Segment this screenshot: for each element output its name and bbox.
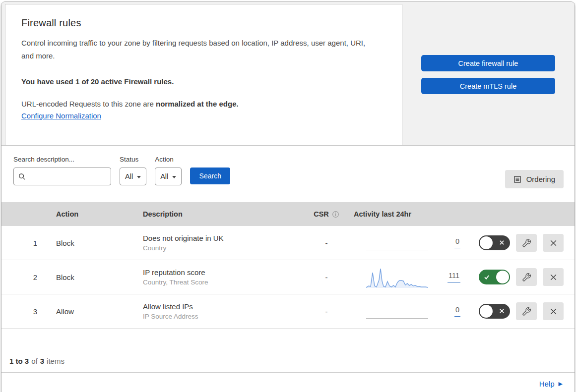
intro-card: Firewall rules Control incoming traffic … bbox=[5, 4, 402, 145]
activity-count-link[interactable]: 0 bbox=[454, 306, 460, 317]
close-icon bbox=[549, 307, 558, 316]
activity-count-link[interactable]: 0 bbox=[454, 237, 460, 248]
x-icon bbox=[498, 239, 506, 248]
chevron-down-icon bbox=[137, 176, 141, 178]
toggle-knob bbox=[496, 271, 509, 283]
search-label: Search description... bbox=[13, 156, 111, 163]
rule-action: Allow bbox=[51, 307, 140, 316]
search-input[interactable] bbox=[29, 172, 106, 181]
close-icon bbox=[549, 239, 558, 247]
wrench-icon bbox=[522, 273, 531, 281]
firewall-rules-panel: Firewall rules Control incoming traffic … bbox=[1, 1, 575, 392]
page-title: Firewall rules bbox=[21, 17, 382, 29]
arrow-right-icon: ▶ bbox=[559, 381, 563, 387]
items-count: 1 to 3 of 3 items bbox=[9, 357, 64, 365]
ordering-button[interactable]: Ordering bbox=[505, 170, 564, 188]
activity-sparkline bbox=[366, 266, 428, 288]
chevron-down-icon bbox=[172, 176, 176, 178]
rule-enabled-toggle[interactable] bbox=[479, 304, 510, 319]
ordering-list-icon bbox=[513, 175, 521, 183]
delete-rule-button[interactable] bbox=[543, 302, 564, 320]
header-actions: Create firewall rule Create mTLS rule bbox=[421, 55, 555, 94]
help-link[interactable]: Help ▶ bbox=[539, 380, 563, 388]
rule-description: Allow listed IPs bbox=[143, 302, 299, 311]
table-footer: 1 to 3 of 3 items bbox=[1, 329, 575, 373]
edit-rule-button[interactable] bbox=[516, 234, 537, 252]
wrench-icon bbox=[522, 239, 531, 247]
toggle-knob bbox=[480, 305, 493, 318]
column-header-activity: Activity last 24hr bbox=[354, 210, 475, 218]
rule-action: Block bbox=[51, 273, 140, 281]
column-header-action: Action bbox=[51, 210, 140, 218]
normalization-note: URL-encoded Requests to this zone are no… bbox=[21, 100, 382, 108]
filter-bar: Search description... Status All Action … bbox=[1, 146, 575, 202]
wrench-icon bbox=[522, 307, 531, 316]
search-group: Search description... bbox=[13, 156, 111, 202]
close-icon bbox=[549, 273, 558, 281]
search-button-group: Search bbox=[190, 156, 230, 202]
status-dropdown[interactable]: All bbox=[120, 168, 146, 185]
rule-csr: - bbox=[325, 307, 328, 316]
action-label: Action bbox=[155, 156, 182, 163]
usage-summary: You have used 1 of 20 active Firewall ru… bbox=[21, 77, 382, 86]
rule-description: Does not originate in UK bbox=[143, 234, 299, 242]
search-button[interactable]: Search bbox=[190, 168, 230, 184]
x-icon bbox=[498, 307, 506, 317]
table-header: Action Description CSR Activity last 24h… bbox=[1, 202, 575, 226]
action-filter-group: Action All bbox=[155, 156, 182, 202]
table-row: 3 Allow Allow listed IPs IP Source Addre… bbox=[1, 294, 575, 329]
rule-fields: IP Source Address bbox=[143, 313, 299, 320]
create-mtls-rule-button[interactable]: Create mTLS rule bbox=[421, 78, 555, 94]
status-filter-group: Status All bbox=[120, 156, 146, 202]
search-icon bbox=[18, 173, 26, 180]
activity-sparkline bbox=[366, 232, 428, 254]
configure-normalization-link[interactable]: Configure Normalization bbox=[21, 112, 101, 120]
edit-rule-button[interactable] bbox=[516, 302, 537, 320]
rule-fields: Country bbox=[143, 244, 299, 252]
action-dropdown[interactable]: All bbox=[155, 168, 182, 185]
column-header-csr: CSR bbox=[314, 210, 339, 218]
rule-priority: 3 bbox=[1, 307, 51, 316]
header-section: Firewall rules Control incoming traffic … bbox=[1, 2, 575, 146]
check-icon bbox=[483, 274, 490, 282]
toggle-knob bbox=[480, 236, 493, 249]
rule-action: Block bbox=[51, 239, 140, 247]
delete-rule-button[interactable] bbox=[543, 234, 564, 252]
column-header-description: Description bbox=[140, 210, 299, 218]
rule-priority: 1 bbox=[1, 239, 51, 247]
create-firewall-rule-button[interactable]: Create firewall rule bbox=[421, 55, 555, 71]
activity-count-link[interactable]: 111 bbox=[448, 272, 460, 282]
rule-enabled-toggle[interactable] bbox=[479, 235, 510, 250]
help-section: Help ▶ bbox=[1, 373, 575, 392]
rule-csr: - bbox=[325, 239, 328, 247]
rule-description: IP reputation score bbox=[143, 268, 299, 277]
page-description: Control incoming traffic to your zone by… bbox=[21, 37, 379, 62]
status-label: Status bbox=[120, 156, 146, 163]
rule-fields: Country, Threat Score bbox=[143, 279, 299, 286]
edit-rule-button[interactable] bbox=[516, 268, 537, 286]
activity-sparkline bbox=[366, 300, 428, 322]
search-box bbox=[13, 168, 111, 185]
delete-rule-button[interactable] bbox=[543, 268, 564, 286]
info-icon[interactable] bbox=[332, 211, 339, 218]
table-row: 1 Block Does not originate in UK Country… bbox=[1, 226, 575, 260]
rule-enabled-toggle[interactable] bbox=[479, 270, 510, 284]
rule-priority: 2 bbox=[1, 273, 51, 281]
table-row: 2 Block IP reputation score Country, Thr… bbox=[1, 260, 575, 294]
rule-csr: - bbox=[325, 273, 328, 281]
